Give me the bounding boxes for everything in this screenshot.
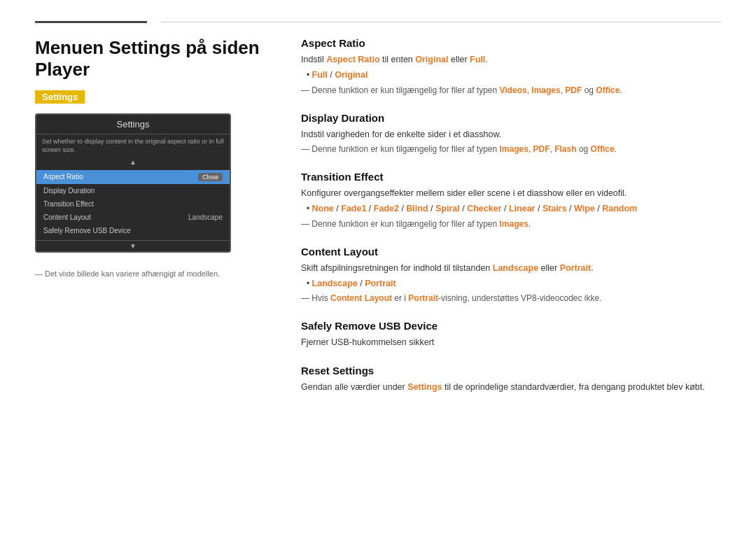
note-aspect-ratio: Denne funktion er kun tilgængelig for fi… [301,84,721,97]
link-spiral: Spiral [435,204,460,213]
main-content: Menuen Settings på siden Player Settings… [0,23,756,437]
page-title: Menuen Settings på siden Player [35,37,273,80]
section-para: Gendan alle værdier under Settings til d… [301,381,721,394]
section-body-reset-settings: Gendan alle værdier under Settings til d… [301,381,721,394]
section-title-transition-effect: Transition Effect [301,171,721,183]
link-wipe: Wipe [574,204,595,213]
section-title-aspect-ratio: Aspect Ratio [301,37,721,49]
section-safely-remove: Safely Remove USB Device Fjerner USB-huk… [301,320,721,349]
footnote: Det viste billede kan variere afhængigt … [35,269,273,278]
link-flash: Flash [554,144,576,154]
row-label: Transition Effect [43,200,94,208]
settings-rows: Aspect Ratio Close Display Duration Tran… [36,167,230,240]
rule-left [35,21,147,23]
note-display-duration: Denne funktion er kun tilgængelig for fi… [301,143,721,155]
section-aspect-ratio: Aspect Ratio Indstil Aspect Ratio til en… [301,37,721,97]
arrow-down-icon: ▼ [36,240,230,251]
section-body-transition-effect: Konfigurer overgangseffekter mellem side… [301,187,721,230]
link-stairs: Stairs [542,204,567,213]
link-landscape2: Landscape [312,279,358,288]
link-portrait: Portrait [560,263,591,273]
note-transition: Denne funktion er kun tilgængelig for fi… [301,218,721,230]
link-original2: Original [335,70,368,80]
bullet-item: None / Fade1 / Fade2 / Blind / Spiral / … [307,202,721,216]
link-content-layout: Content Layout [330,293,392,303]
link-original: Original [415,55,448,64]
link-checker: Checker [467,204,501,213]
bullet-list: None / Fade1 / Fade2 / Blind / Spiral / … [301,202,721,216]
link-linear: Linear [509,204,536,213]
row-value: Landscape [188,213,223,221]
settings-row-safely-remove[interactable]: Safely Remove USB Device [36,224,230,237]
section-para: Indstil Aspect Ratio til enten Original … [301,53,721,66]
link-portrait2: Portrait [365,279,396,288]
link-images: Images [531,85,560,95]
section-body-safely-remove: Fjerner USB-hukommelsen sikkert [301,336,721,349]
link-fade2: Fade2 [374,204,399,213]
arrow-up-icon: ▲ [36,157,230,167]
section-para: Skift afspilningsretningen for indhold t… [301,262,721,275]
settings-ui-panel: Settings Set whether to display content … [35,113,231,252]
link-random: Random [602,204,637,213]
link-aspect-ratio: Aspect Ratio [326,55,379,64]
section-display-duration: Display Duration Indstil varigheden for … [301,112,721,156]
link-office2: Office [591,144,615,154]
settings-ui-title: Settings [36,115,230,134]
section-body-display-duration: Indstil varigheden for de enkelte sider … [301,128,721,156]
section-body-content-layout: Skift afspilningsretningen for indhold t… [301,262,721,305]
settings-ui-desc: Set whether to display content in the or… [36,134,230,156]
link-pdf: PDF [565,85,582,95]
link-portrait3: Portrait [408,293,438,303]
note-content-layout: Hvis Content Layout er i Portrait-visnin… [301,292,721,304]
section-para: Fjerner USB-hukommelsen sikkert [301,336,721,349]
row-label: Safely Remove USB Device [43,227,131,234]
section-title-content-layout: Content Layout [301,246,721,258]
section-title-display-duration: Display Duration [301,112,721,124]
link-full2: Full [312,70,328,80]
link-fade1: Fade1 [341,204,366,213]
link-settings: Settings [407,382,442,392]
rule-right [161,22,721,22]
link-videos: Videos [500,85,527,95]
section-para: Konfigurer overgangseffekter mellem side… [301,187,721,200]
link-pdf2: PDF [533,144,550,154]
link-none: None [312,204,334,213]
right-panel: Aspect Ratio Indstil Aspect Ratio til en… [301,37,721,409]
section-body-aspect-ratio: Indstil Aspect Ratio til enten Original … [301,53,721,97]
settings-row-transition-effect[interactable]: Transition Effect [36,197,230,211]
section-para: Indstil varigheden for de enkelte sider … [301,128,721,141]
link-blind: Blind [406,204,428,213]
left-panel: Menuen Settings på siden Player Settings… [35,37,273,409]
section-transition-effect: Transition Effect Konfigurer overgangsef… [301,171,721,230]
settings-row-aspect-ratio[interactable]: Aspect Ratio Close [36,170,230,184]
settings-row-content-layout[interactable]: Content Layout Landscape [36,211,230,224]
close-button[interactable]: Close [198,173,223,181]
link-office: Office [596,85,620,95]
link-landscape: Landscape [493,263,538,273]
settings-row-display-duration[interactable]: Display Duration [36,184,230,197]
bullet-list: Full / Original [301,69,721,82]
section-content-layout: Content Layout Skift afspilningsretninge… [301,246,721,305]
settings-badge: Settings [35,90,85,104]
bullet-list: Landscape / Portrait [301,277,721,290]
section-title-reset-settings: Reset Settings [301,365,721,377]
row-label: Aspect Ratio [43,173,83,181]
bullet-item: Landscape / Portrait [307,277,721,290]
link-full: Full [470,55,485,64]
row-label: Content Layout [43,213,91,221]
link-images2: Images [500,144,528,154]
bullet-item: Full / Original [307,69,721,82]
row-label: Display Duration [43,187,94,195]
section-reset-settings: Reset Settings Gendan alle værdier under… [301,365,721,394]
link-images3: Images [500,219,528,229]
section-title-safely-remove: Safely Remove USB Device [301,320,721,332]
